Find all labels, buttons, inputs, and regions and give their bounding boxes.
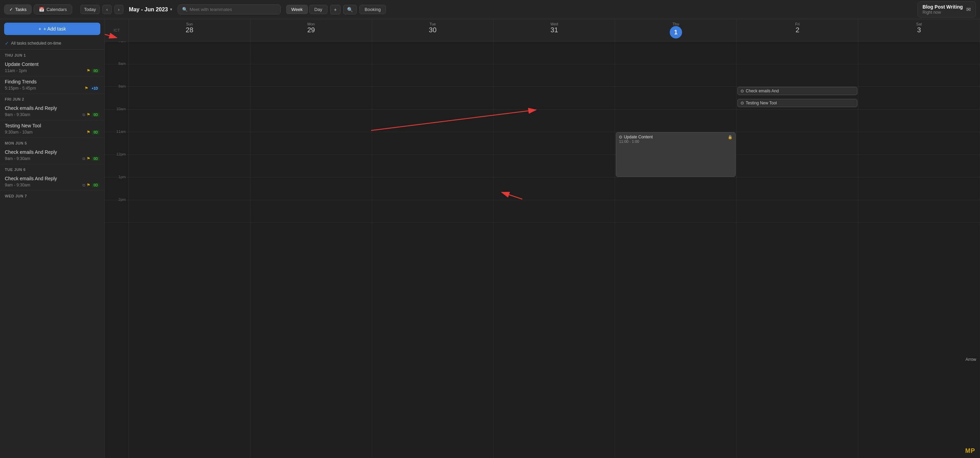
section-header-mon: MON JUN 5	[0, 138, 105, 147]
search-box: 🔍	[178, 5, 281, 14]
time-slot-7am: 7am	[105, 41, 129, 64]
time-gutter: 7am 8am 9am 10am 11am 12pm 1pm 2pm	[105, 41, 129, 458]
section-header-tue: TUE JUN 6	[0, 164, 105, 173]
task-item-check-emails-tue[interactable]: Check emails And Reply 9am - 9:30am ⧉ ⚑ …	[0, 173, 105, 190]
add-icon-button[interactable]: +	[330, 5, 340, 14]
flag-icon: ⚑	[87, 112, 91, 117]
badge-1d: +1D	[90, 86, 100, 90]
badge-0d: 0D	[92, 69, 100, 73]
time-slot-2pm: 2pm	[105, 200, 129, 223]
day-header-fri: Fri 2	[737, 19, 858, 41]
task-item-finding-trends[interactable]: Finding Trends 5:15pm - 5:45pm ⚑ +1D	[0, 76, 105, 94]
section-header-thu: THU JUN 1	[0, 50, 105, 59]
time-slot-9am: 9am	[105, 87, 129, 109]
blog-post-title: Blog Post Writing	[923, 4, 963, 10]
cal-event-testing-new-tool[interactable]: ⊙ Testing New Tool	[737, 99, 858, 107]
section-header-wed: WED JUN 7	[0, 190, 105, 200]
check-circle-icon: ⊙	[619, 135, 622, 139]
day-col-mon	[250, 41, 372, 458]
day-header-sun: Sun 28	[129, 19, 250, 41]
calendar-body: 7am 8am 9am 10am 11am 12pm 1pm 2pm	[105, 41, 980, 458]
tasks-label: Tasks	[15, 7, 27, 12]
view-buttons: Week Day	[286, 5, 328, 14]
flag-icon: ⚑	[87, 183, 91, 187]
flag-icon: ⚑	[84, 86, 88, 90]
badge-0d: 0D	[92, 183, 100, 187]
cal-event-check-emails[interactable]: ⊙ Check emails And	[737, 87, 858, 95]
calendar-area: ICT Sun 28 Mon 29 Tue 30 Wed 31 Thu 1	[105, 19, 980, 458]
day-header-mon: Mon 29	[250, 19, 372, 41]
today-button[interactable]: Today	[80, 5, 100, 14]
task-item-update-content[interactable]: Update Content 11am - 1pm ⚑ 0D	[0, 59, 105, 76]
main-layout: + + Add task ✓ All tasks scheduled on-ti…	[0, 19, 980, 458]
time-slot-12pm: 12pm	[105, 155, 129, 177]
time-slot-8am: 8am	[105, 64, 129, 87]
search-input[interactable]	[190, 7, 276, 12]
day-col-wed	[494, 41, 616, 458]
top-bar: ✓ Tasks 📅 Calendars Today ‹ › May - Jun …	[0, 0, 980, 19]
check-circle-icon: ✓	[5, 41, 9, 46]
prev-button[interactable]: ‹	[102, 5, 111, 14]
flag-icon: ⚑	[87, 130, 91, 135]
tasks-tab[interactable]: ✓ Tasks	[4, 5, 32, 14]
time-slot-1pm: 1pm	[105, 177, 129, 200]
copy-icon: ⧉	[83, 157, 85, 161]
copy-icon: ⧉	[83, 183, 85, 187]
timezone-label: ICT	[105, 19, 129, 41]
task-item-check-emails-fri[interactable]: Check emails And Reply 9am - 9:30am ⧉ ⚑ …	[0, 103, 105, 120]
cal-event-update-content[interactable]: ⊙ Update Content 🔒 11:00 - 1:00	[616, 132, 736, 177]
day-col-thu: ⊙ Update Content 🔒 11:00 - 1:00	[615, 41, 737, 458]
badge-0d: 0D	[92, 113, 100, 117]
blog-post-sub: Right now	[923, 10, 963, 16]
time-slot-10am: 10am	[105, 109, 129, 132]
date-range[interactable]: May - Jun 2023 ▾	[126, 5, 175, 14]
date-range-text: May - Jun 2023	[129, 6, 168, 13]
day-header-sat: Sat 3	[858, 19, 980, 41]
blog-post-widget: Blog Post Writing Right now ✉	[918, 2, 976, 18]
day-header-wed: Wed 31	[494, 19, 616, 41]
check-circle-icon: ⊙	[740, 89, 744, 94]
plus-icon: +	[38, 26, 41, 32]
user-initials: MP	[965, 447, 975, 455]
tasks-check-icon: ✓	[9, 7, 13, 12]
copy-icon: ⧉	[83, 113, 85, 117]
search-icon-button[interactable]: 🔍	[343, 5, 357, 14]
search-icon: 🔍	[182, 7, 188, 12]
day-col-tue	[372, 41, 494, 458]
day-header-thu: Thu 1	[615, 19, 737, 41]
week-view-button[interactable]: Week	[286, 5, 308, 14]
sidebar: + + Add task ✓ All tasks scheduled on-ti…	[0, 19, 105, 458]
task-item-testing-new-tool[interactable]: Testing New Tool 9:30am - 10am ⚑ 0D	[0, 120, 105, 138]
day-col-sat: Arrow	[858, 41, 980, 458]
day-col-fri: ⊙ Check emails And ⊙ Testing New Tool	[737, 41, 858, 458]
chevron-down-icon: ▾	[170, 7, 172, 12]
flag-icon: ⚑	[87, 68, 91, 73]
calendars-tab[interactable]: 📅 Calendars	[34, 5, 72, 14]
badge-0d: 0D	[92, 157, 100, 161]
lock-icon: 🔒	[728, 135, 733, 139]
mail-icon-button[interactable]: ✉	[966, 6, 971, 13]
all-tasks-scheduled: ✓ All tasks scheduled on-time	[0, 38, 105, 50]
next-button[interactable]: ›	[115, 5, 123, 14]
time-slot-11am: 11am	[105, 132, 129, 155]
days-grid: ⊙ Update Content 🔒 11:00 - 1:00	[129, 41, 980, 458]
add-task-button[interactable]: + + Add task	[4, 23, 100, 35]
day-header-tue: Tue 30	[372, 19, 494, 41]
tab-group: ✓ Tasks 📅 Calendars	[4, 5, 72, 14]
calendar-header: ICT Sun 28 Mon 29 Tue 30 Wed 31 Thu 1	[105, 19, 980, 41]
task-item-check-emails-mon[interactable]: Check emails And Reply 9am - 9:30am ⧉ ⚑ …	[0, 147, 105, 164]
day-col-sun	[129, 41, 250, 458]
booking-button[interactable]: Booking	[360, 5, 386, 14]
section-header-fri: FRI JUN 2	[0, 94, 105, 103]
check-circle-icon: ⊙	[740, 101, 744, 105]
arrow-label: Arrow	[966, 357, 976, 362]
day-view-button[interactable]: Day	[309, 5, 328, 14]
flag-icon: ⚑	[87, 156, 91, 161]
calendars-label: Calendars	[46, 7, 67, 12]
calendars-icon: 📅	[39, 7, 45, 12]
badge-0d: 0D	[92, 130, 100, 135]
